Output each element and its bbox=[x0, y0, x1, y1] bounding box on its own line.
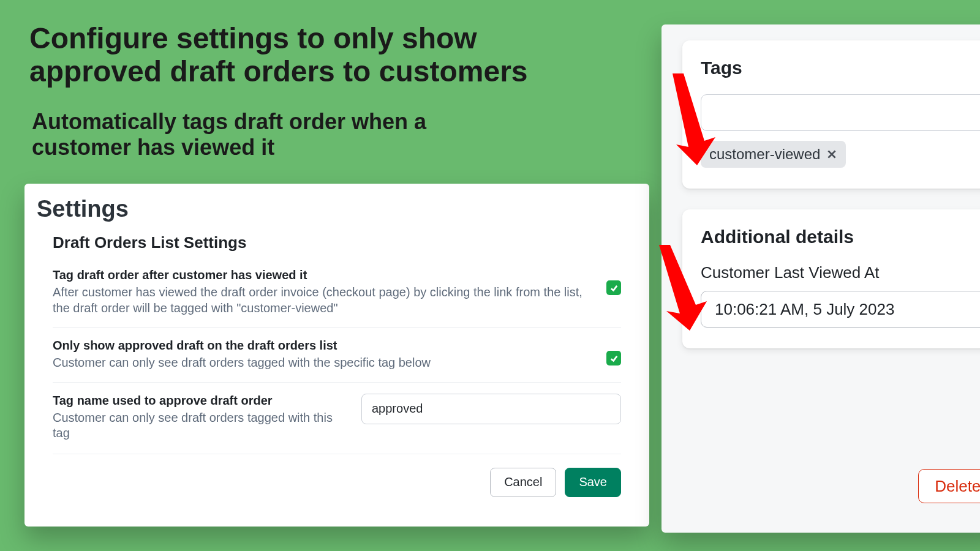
setting-label: Tag draft order after customer has viewe… bbox=[53, 268, 594, 282]
svg-marker-3 bbox=[659, 245, 707, 331]
last-viewed-label: Customer Last Viewed At bbox=[701, 263, 980, 282]
close-icon[interactable] bbox=[826, 149, 837, 160]
settings-title: Settings bbox=[24, 184, 649, 233]
delete-draft-button[interactable]: Delete d bbox=[918, 469, 980, 503]
promo-headline: Configure settings to only show approved… bbox=[29, 22, 593, 88]
tags-input[interactable] bbox=[701, 94, 980, 131]
tag-chip[interactable]: customer-viewed bbox=[701, 141, 846, 168]
checkbox-only-approved[interactable] bbox=[606, 351, 621, 365]
tag-name-input[interactable] bbox=[361, 394, 621, 424]
setting-tag-after-view: Tag draft order after customer has viewe… bbox=[53, 268, 621, 328]
setting-only-approved: Only show approved draft on the draft or… bbox=[53, 339, 621, 383]
settings-panel: Settings Draft Orders List Settings Tag … bbox=[24, 184, 649, 527]
setting-label: Only show approved draft on the draft or… bbox=[53, 339, 594, 353]
details-title: Additional details bbox=[701, 227, 980, 247]
cancel-button[interactable]: Cancel bbox=[490, 468, 556, 497]
setting-tag-name: Tag name used to approve draft order Cus… bbox=[53, 394, 621, 454]
arrow-icon bbox=[655, 245, 710, 333]
checkbox-tag-after-view[interactable] bbox=[606, 280, 621, 295]
section-title: Draft Orders List Settings bbox=[53, 233, 621, 252]
additional-details-card: Additional details Customer Last Viewed … bbox=[682, 209, 980, 348]
tags-title: Tags bbox=[701, 58, 980, 78]
last-viewed-value[interactable]: 10:06:21 AM, 5 July 2023 bbox=[701, 291, 980, 328]
promo-subheadline: Automatically tags draft order when a cu… bbox=[32, 109, 485, 161]
check-icon bbox=[609, 283, 619, 293]
arrow-icon bbox=[666, 73, 715, 168]
setting-desc: Customer can only see draft orders tagge… bbox=[53, 410, 347, 441]
setting-desc: After customer has viewed the draft orde… bbox=[53, 285, 594, 316]
tags-card: Tags customer-viewed bbox=[682, 40, 980, 189]
setting-label: Tag name used to approve draft order bbox=[53, 394, 347, 408]
save-button[interactable]: Save bbox=[565, 468, 621, 497]
tag-chip-label: customer-viewed bbox=[709, 146, 820, 163]
svg-marker-2 bbox=[673, 73, 715, 165]
setting-desc: Customer can only see draft orders tagge… bbox=[53, 355, 594, 371]
check-icon bbox=[609, 354, 619, 363]
